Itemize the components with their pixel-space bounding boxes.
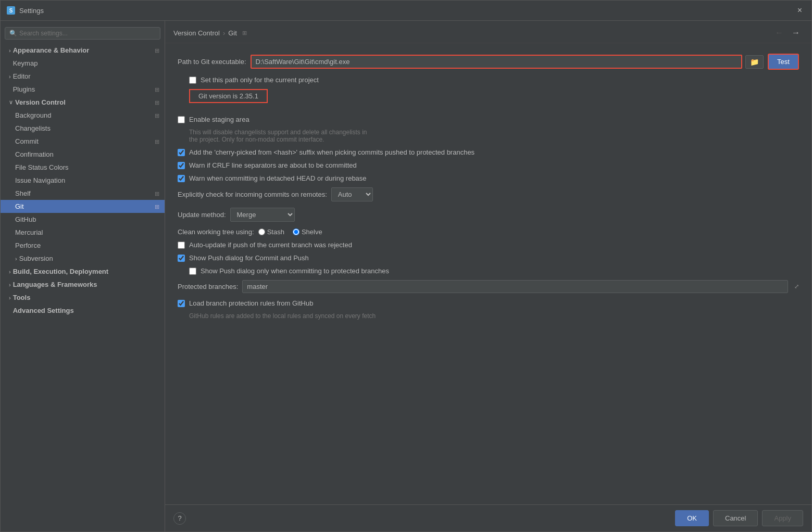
forward-button[interactable]: → (789, 27, 803, 39)
sidebar-item-version-control[interactable]: ∨ Version Control ⊞ (1, 96, 165, 109)
git-version-text: Git version is 2.35.1 (198, 92, 258, 100)
radio-shelve-input[interactable] (293, 229, 299, 235)
back-button[interactable]: ← (772, 27, 786, 39)
show-push-dialog-only-checkbox[interactable] (189, 268, 196, 275)
sidebar-item-label: Plugins (13, 85, 153, 93)
sidebar-item-advanced[interactable]: › Advanced Settings (1, 304, 165, 317)
sidebar-item-label: Perforce (15, 242, 160, 249)
footer: ? OK Cancel Apply (165, 504, 811, 531)
sidebar-item-label: Keymap (13, 59, 160, 67)
search-box[interactable]: 🔍 (5, 27, 160, 40)
sidebar-item-issue-navigation[interactable]: Issue Navigation (1, 174, 165, 187)
set-path-checkbox[interactable] (189, 77, 196, 84)
sidebar-item-shelf[interactable]: Shelf ⊞ (1, 187, 165, 200)
page-icon: ⊞ (155, 204, 159, 210)
sidebar-item-git[interactable]: Git ⊞ (1, 200, 165, 213)
radio-stash[interactable]: Stash (258, 228, 284, 236)
breadcrumb-page-icon: ⊞ (242, 30, 247, 36)
ok-button[interactable]: OK (675, 510, 709, 526)
clean-working-tree-label: Clean working tree using: (178, 228, 254, 236)
arrow-icon: › (9, 269, 11, 275)
path-label: Path to Git executable: (178, 58, 246, 66)
test-button[interactable]: Test (768, 54, 799, 70)
show-push-dialog-label: Show Push dialog for Commit and Push (189, 254, 309, 262)
sidebar-item-subversion[interactable]: › Subversion (1, 252, 165, 265)
protected-branches-input[interactable] (242, 280, 788, 293)
clean-radio-group: Stash Shelve (258, 228, 322, 236)
show-push-dialog-row: Show Push dialog for Commit and Push (178, 254, 799, 262)
radio-shelve-label: Shelve (302, 228, 322, 236)
sidebar-item-label: Confirmation (15, 150, 160, 158)
git-version-box: Git version is 2.35.1 (189, 89, 268, 103)
footer-buttons: OK Cancel Apply (675, 510, 803, 526)
warn-crlf-checkbox[interactable] (178, 162, 185, 169)
cancel-button[interactable]: Cancel (713, 510, 758, 526)
sidebar-item-mercurial[interactable]: Mercurial (1, 226, 165, 239)
main-panel: Version Control › Git ⊞ ← → Path to Git … (165, 21, 811, 531)
folder-button[interactable]: 📁 (745, 55, 764, 69)
sidebar-item-plugins[interactable]: › Plugins ⊞ (1, 83, 165, 96)
sidebar-item-languages[interactable]: › Languages & Frameworks (1, 278, 165, 291)
search-input[interactable] (19, 30, 156, 37)
sidebar-item-perforce[interactable]: Perforce (1, 239, 165, 252)
path-row: Path to Git executable: 📁 Test (178, 54, 799, 70)
github-rules-hint: GitHub rules are added to the local rule… (189, 312, 799, 320)
warn-crlf-label: Warn if CRLF line separators are about t… (189, 161, 357, 169)
sidebar-item-label: Tools (13, 294, 160, 301)
auto-update-checkbox[interactable] (178, 242, 185, 249)
help-button[interactable]: ? (173, 512, 186, 525)
cherry-pick-checkbox[interactable] (178, 149, 185, 156)
radio-stash-input[interactable] (258, 229, 265, 235)
sidebar-item-build-execution[interactable]: › Build, Execution, Deployment (1, 265, 165, 278)
radio-shelve[interactable]: Shelve (293, 228, 322, 236)
arrow-icon: › (9, 282, 11, 288)
sidebar-item-appearance[interactable]: › Appearance & Behavior ⊞ (1, 44, 165, 57)
sidebar-item-file-status-colors[interactable]: File Status Colors (1, 161, 165, 174)
sidebar-item-label: Appearance & Behavior (13, 46, 153, 54)
arrow-icon: › (15, 256, 17, 262)
content-area: Path to Git executable: 📁 Test Set this … (165, 43, 811, 504)
incoming-commits-select[interactable]: Auto Always Never (331, 187, 373, 201)
protected-branches-row: Protected branches: ⤢ (178, 280, 799, 293)
apply-button[interactable]: Apply (762, 510, 803, 526)
update-method-select[interactable]: Merge Rebase Branch Default (230, 208, 295, 222)
warn-detached-checkbox[interactable] (178, 175, 185, 182)
page-icon: ⊞ (155, 138, 159, 145)
sidebar: 🔍 › Appearance & Behavior ⊞ › Keymap › E… (1, 21, 165, 531)
set-path-label: Set this path only for the current proje… (201, 76, 319, 84)
page-icon: ⊞ (155, 99, 159, 106)
sidebar-item-background[interactable]: Background ⊞ (1, 109, 165, 122)
sidebar-item-label: Version Control (15, 98, 153, 106)
path-input-wrapper: 📁 (251, 55, 764, 69)
sidebar-item-changelists[interactable]: Changelists (1, 122, 165, 135)
load-branch-protection-checkbox[interactable] (178, 300, 185, 307)
staging-area-checkbox[interactable] (178, 116, 185, 123)
sidebar-item-label: Git (15, 202, 153, 210)
expand-icon[interactable]: ⤢ (794, 283, 799, 290)
sidebar-item-keymap[interactable]: › Keymap (1, 57, 165, 70)
sidebar-item-editor[interactable]: › Editor (1, 70, 165, 83)
sidebar-item-label: Mercurial (15, 229, 160, 236)
settings-dialog: S Settings × 🔍 › Appearance & Behavior ⊞… (0, 0, 812, 532)
close-button[interactable]: × (794, 5, 805, 16)
show-push-dialog-checkbox[interactable] (178, 255, 185, 262)
clean-working-tree-row: Clean working tree using: Stash Shelve (178, 228, 799, 236)
warn-detached-label: Warn when committing in detached HEAD or… (189, 174, 367, 182)
sidebar-item-tools[interactable]: › Tools (1, 291, 165, 304)
arrow-icon: › (9, 73, 11, 80)
title-bar-left: S Settings (7, 6, 44, 15)
search-icon: 🔍 (9, 30, 17, 37)
sidebar-item-label: GitHub (15, 216, 160, 223)
sidebar-item-label: Shelf (15, 189, 153, 197)
path-input[interactable] (251, 55, 742, 69)
sidebar-item-label: Build, Execution, Deployment (13, 268, 160, 275)
sidebar-item-confirmation[interactable]: Confirmation (1, 148, 165, 161)
load-branch-protection-row: Load branch protection rules from GitHub (178, 299, 799, 307)
sidebar-item-commit[interactable]: Commit ⊞ (1, 135, 165, 148)
set-path-row: Set this path only for the current proje… (189, 76, 799, 84)
app-icon: S (7, 6, 15, 15)
sidebar-item-github[interactable]: GitHub (1, 213, 165, 226)
sidebar-item-label: Background (15, 111, 153, 119)
update-method-label: Update method: (178, 211, 226, 219)
warn-detached-row: Warn when committing in detached HEAD or… (178, 174, 799, 182)
